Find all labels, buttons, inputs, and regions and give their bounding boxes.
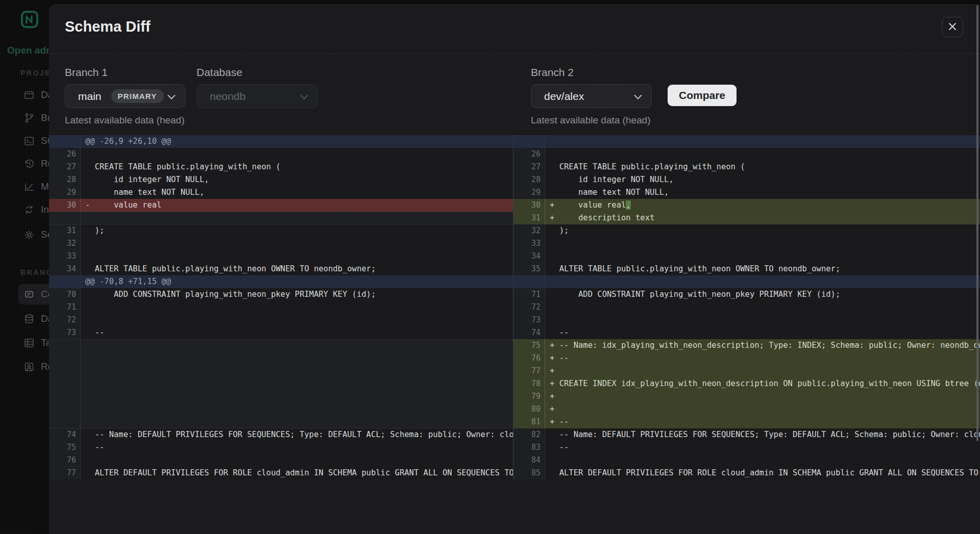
diff-row: 34 ALTER TABLE public.playing_with_neon …	[49, 263, 980, 275]
left-line-number	[49, 339, 81, 352]
sidebar: Open admin PROJECTDashboardBranchesSQL E…	[0, 0, 49, 534]
right-code-line	[545, 148, 980, 161]
branch1-value: main	[78, 90, 102, 103]
right-code	[545, 135, 980, 148]
left-line-number: 76	[49, 454, 81, 467]
left-line-number: 75	[49, 441, 81, 454]
hunk-header-text: @@ -70,8 +71,15 @@	[81, 275, 513, 288]
left-line-number: 70	[49, 288, 81, 301]
spacer-cell	[81, 339, 513, 352]
right-code-line: id integer NOT NULL,	[545, 173, 980, 186]
diff-row: 75+ -- Name: idx_playing_with_neon_descr…	[49, 339, 980, 352]
diff-row: 70 ADD CONSTRAINT playing_with_neon_pkey…	[49, 288, 980, 301]
diff-row: 77+	[49, 365, 980, 377]
diff-row: 29 name text NOT NULL,29 name text NOT N…	[49, 186, 980, 199]
left-line-number: 74	[49, 428, 81, 441]
char-diff-highlight: ,	[626, 200, 630, 210]
diff-row: 74 -- Name: DEFAULT PRIVILEGES FOR SEQUE…	[49, 428, 980, 441]
right-code-line: + --	[545, 416, 980, 428]
right-code-line	[545, 314, 980, 326]
neon-logo-icon[interactable]	[20, 10, 39, 29]
database-select[interactable]: neondb	[197, 84, 318, 108]
compare-button[interactable]: Compare	[668, 85, 737, 106]
branch2-label: Branch 2	[531, 66, 574, 79]
diff-row: 73 --74 --	[49, 326, 980, 339]
spacer-cell	[81, 352, 513, 365]
left-line-number: 31	[49, 224, 81, 237]
left-line-number: 73	[49, 326, 81, 339]
left-code-line	[81, 454, 513, 467]
right-code-line: + --	[545, 352, 980, 365]
right-line-number: 84	[513, 454, 545, 467]
left-code-line: - value real	[81, 199, 513, 212]
right-line-number: 29	[513, 186, 545, 199]
right-code-line: --	[545, 326, 980, 339]
right-line-number: 74	[513, 326, 545, 339]
left-line-number	[49, 365, 81, 377]
left-line-number	[49, 212, 81, 224]
left-code-line: -- Name: DEFAULT PRIVILEGES FOR SEQUENCE…	[81, 428, 513, 441]
right-line-number: 34	[513, 250, 545, 263]
right-code-line: name text NOT NULL,	[545, 186, 980, 199]
right-code-line	[545, 454, 980, 467]
diff-row: 32 33	[49, 237, 980, 250]
diff-row: 30- value real30+ value real,	[49, 199, 980, 212]
left-line-number	[49, 416, 81, 428]
right-line-number: 28	[513, 173, 545, 186]
left-gutter	[49, 275, 81, 288]
left-line-number: 30	[49, 199, 81, 212]
right-code	[545, 275, 980, 288]
chevron-down-icon	[634, 91, 642, 99]
diff-row: 77 ALTER DEFAULT PRIVILEGES FOR ROLE clo…	[49, 467, 980, 479]
right-line-number: 26	[513, 148, 545, 161]
right-line-number: 78	[513, 377, 545, 390]
left-code-line: --	[81, 441, 513, 454]
right-code-line: CREATE TABLE public.playing_with_neon (	[545, 161, 980, 173]
tables-icon	[23, 337, 35, 348]
right-code-line	[545, 237, 980, 250]
right-gutter	[513, 135, 545, 148]
right-code-line: +	[545, 365, 980, 377]
left-line-number: 26	[49, 148, 81, 161]
right-code-line: + description text	[545, 212, 980, 224]
right-line-number: 33	[513, 237, 545, 250]
diff-view: @@ -26,9 +26,10 @@26 26 27 CREATE TABLE …	[49, 135, 980, 479]
branch1-meta: Latest available data (head)	[65, 115, 185, 126]
left-code-line: );	[81, 224, 513, 237]
branch2-select[interactable]: dev/alex	[531, 84, 652, 108]
dashboard-icon	[23, 89, 35, 100]
branch2-value: dev/alex	[544, 90, 584, 103]
left-line-number	[49, 403, 81, 416]
left-line-number: 33	[49, 250, 81, 263]
left-line-number: 72	[49, 314, 81, 326]
diff-row: 76 84	[49, 454, 980, 467]
computes-icon	[23, 289, 35, 300]
left-line-number: 28	[49, 173, 81, 186]
spacer-cell	[81, 403, 513, 416]
diff-row: 28 id integer NOT NULL,28 id integer NOT…	[49, 173, 980, 186]
primary-badge: PRIMARY	[111, 89, 164, 103]
diff-row: 72 73	[49, 314, 980, 326]
diff-row: 27 CREATE TABLE public.playing_with_neon…	[49, 161, 980, 173]
branch1-select[interactable]: main PRIMARY	[65, 84, 185, 108]
integrations-icon	[23, 204, 35, 215]
branch1-label: Branch 1	[65, 66, 108, 79]
screen: Open admin PROJECTDashboardBranchesSQL E…	[0, 0, 980, 534]
left-line-number: 77	[49, 467, 81, 479]
diff-row: 81+ --	[49, 416, 980, 428]
close-icon	[947, 21, 958, 33]
left-code-line: CREATE TABLE public.playing_with_neon (	[81, 161, 513, 173]
right-line-number: 82	[513, 428, 545, 441]
right-code-line: --	[545, 441, 980, 454]
right-line-number: 75	[513, 339, 545, 352]
modal-title: Schema Diff	[65, 18, 151, 35]
header-divider	[49, 54, 980, 54]
diff-row: 31+ description text	[49, 212, 980, 224]
right-code-line: );	[545, 224, 980, 237]
vertical-scrollbar[interactable]	[976, 5, 978, 441]
right-code-line: +	[545, 403, 980, 416]
left-code-line: ALTER DEFAULT PRIVILEGES FOR ROLE cloud_…	[81, 467, 513, 479]
right-line-number: 83	[513, 441, 545, 454]
right-line-number: 30	[513, 199, 545, 212]
close-button[interactable]	[942, 17, 963, 37]
